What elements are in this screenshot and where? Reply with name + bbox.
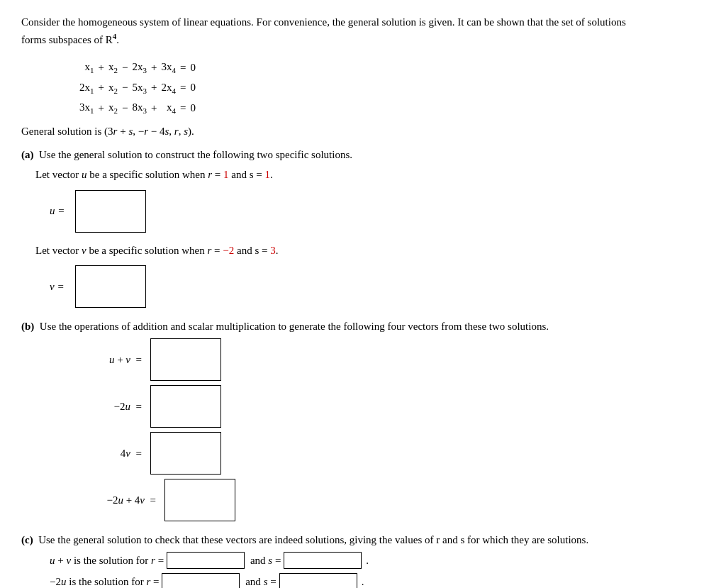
neg2u-label: −2u = <box>78 401 142 413</box>
v-label: v = <box>50 281 71 293</box>
neg2u-period: . <box>362 576 364 588</box>
neg2u-and-label: and s = <box>242 576 276 588</box>
4v-input[interactable] <box>150 432 221 475</box>
uplusv-c-row: u + v is the solution for r = and s = . <box>50 552 705 569</box>
uplusv-c-label: u + v is the solution for r = <box>50 555 164 567</box>
equation-system: x1 + x2 − 2x3 + 3x4 = 0 2x1 + x2 − 5x3 +… <box>78 57 197 118</box>
neg2u4v-row: −2u + 4v = <box>78 479 705 521</box>
v-s-value: 3 <box>270 245 276 256</box>
uplusv-input[interactable] <box>150 338 221 381</box>
part-a-content: Let vector u be a specific solution when… <box>21 167 705 308</box>
neg2u-row: −2u = <box>78 385 705 428</box>
part-b-label: (b) Use the operations of addition and s… <box>21 321 705 333</box>
equation-row-1: x1 + x2 − 2x3 + 3x4 = 0 <box>78 57 197 78</box>
u-r-value: 1 <box>223 169 229 180</box>
uplusv-period: . <box>366 555 369 567</box>
neg2u-c-row: −2u is the solution for r = and s = . <box>50 573 705 588</box>
part-b-content: u + v = −2u = 4v = −2u + 4v = <box>21 338 705 521</box>
v-r-value: −2 <box>223 245 234 256</box>
equation-row-3: 3x1 + x2 − 8x3 + x4 = 0 <box>78 98 197 118</box>
u-label: u = <box>50 205 71 217</box>
uplusv-row: u + v = <box>78 338 705 381</box>
part-a: (a) Use the general solution to construc… <box>21 149 705 308</box>
neg2u4v-label: −2u + 4v = <box>78 494 156 506</box>
v-matrix-input[interactable] <box>75 265 146 308</box>
v-input-row: v = <box>50 265 705 308</box>
v-intro-text: Let vector v be a specific solution when… <box>35 243 705 259</box>
neg2u4v-input[interactable] <box>164 479 235 521</box>
uplusv-label: u + v = <box>78 354 142 366</box>
uplusv-r-input[interactable] <box>167 552 245 569</box>
u-matrix-input[interactable] <box>75 190 146 233</box>
part-c: (c) Use the general solution to check th… <box>21 534 705 588</box>
general-solution-text: General solution is (3r + s, −r − 4s, r,… <box>21 126 705 138</box>
part-c-content: u + v is the solution for r = and s = . … <box>21 552 705 588</box>
4v-label: 4v = <box>78 448 142 460</box>
equation-row-2: 2x1 + x2 − 5x3 + 2x4 = 0 <box>78 78 197 99</box>
u-intro-text: Let vector u be a specific solution when… <box>35 167 705 183</box>
u-s-value: 1 <box>265 169 271 180</box>
intro-paragraph: Consider the homogeneous system of linea… <box>21 14 705 48</box>
neg2u-s-input[interactable] <box>279 573 357 588</box>
neg2u-r-input[interactable] <box>162 573 240 588</box>
uplusv-and-label: and s = <box>247 555 281 567</box>
intro-text: Consider the homogeneous system of linea… <box>21 14 705 48</box>
uplusv-s-input[interactable] <box>284 552 362 569</box>
part-a-label: (a) Use the general solution to construc… <box>21 149 705 161</box>
neg2u-c-label: −2u is the solution for r = <box>50 576 159 588</box>
part-c-label: (c) Use the general solution to check th… <box>21 534 705 546</box>
4v-row: 4v = <box>78 432 705 475</box>
u-input-row: u = <box>50 190 705 233</box>
neg2u-input[interactable] <box>150 385 221 428</box>
part-b: (b) Use the operations of addition and s… <box>21 321 705 521</box>
